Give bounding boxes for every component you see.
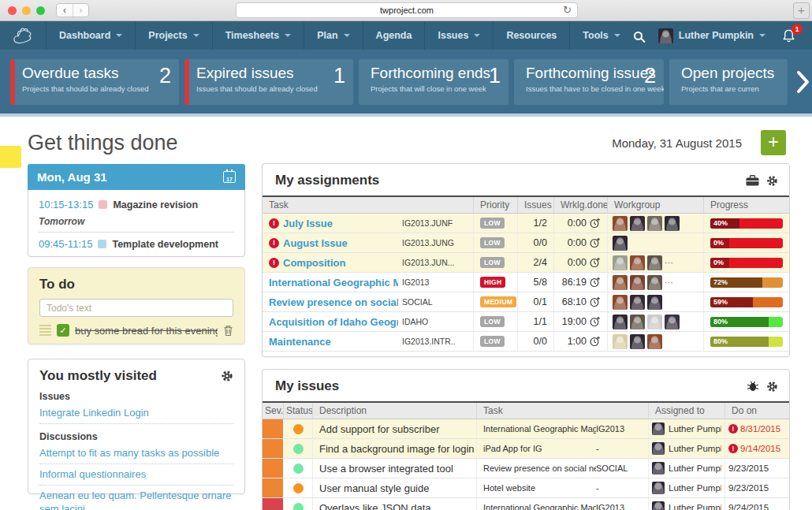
alert-card[interactable]: Forthcoming issues Issues that have to b…: [514, 59, 664, 105]
add-button[interactable]: +: [761, 130, 786, 155]
agenda-event[interactable]: 10:15-13:15 Magazine revision: [39, 195, 234, 214]
todo-input[interactable]: [39, 299, 233, 317]
assignment-task-link[interactable]: July Issue: [283, 218, 398, 229]
status-cell[interactable]: [284, 439, 313, 458]
column-header[interactable]: Workgroup: [608, 197, 704, 213]
issue-task-name[interactable]: iPad App for IG: [483, 444, 596, 453]
alert-card[interactable]: Expired issues Issues that should be alr…: [184, 59, 353, 105]
alert-card[interactable]: Open projects Projects that are curren: [669, 59, 788, 105]
workgroup-avatars[interactable]: [608, 214, 704, 233]
visited-link[interactable]: Aenean eu leo quam. Pellentesque ornare …: [39, 486, 233, 510]
user-menu[interactable]: Luther Pumpkin: [658, 28, 765, 43]
status-cell[interactable]: [284, 498, 313, 510]
visited-link[interactable]: Attempt to fit as many tasks as possible: [39, 443, 233, 464]
new-tab-button[interactable]: +: [793, 2, 810, 19]
nav-menu-item[interactable]: Projects: [135, 21, 211, 50]
status-cell[interactable]: [284, 478, 313, 497]
workgroup-avatars[interactable]: [608, 312, 704, 331]
visited-link[interactable]: Informal questionnaires: [39, 464, 233, 486]
add-worklog-clock-icon[interactable]: [590, 296, 601, 307]
issue-description[interactable]: Add support for subscriber: [313, 419, 477, 438]
assignment-task-link[interactable]: Maintenance: [269, 336, 398, 348]
column-header[interactable]: Task: [263, 197, 474, 213]
nav-menu-item[interactable]: Issues: [424, 21, 493, 50]
issue-description[interactable]: Use a browser integrated tool: [313, 459, 477, 478]
add-worklog-clock-icon[interactable]: [590, 257, 601, 268]
assignment-task-link[interactable]: Composition: [283, 257, 398, 269]
nav-menu-item[interactable]: Resources: [493, 21, 569, 50]
trash-icon[interactable]: [223, 325, 233, 337]
column-header[interactable]: Task: [477, 403, 649, 419]
todo-checkbox[interactable]: ✓: [57, 324, 69, 337]
nav-menu-item[interactable]: Tools: [569, 21, 632, 50]
column-header[interactable]: Description: [313, 403, 477, 419]
column-header[interactable]: Assigned to: [649, 403, 725, 419]
workgroup-avatars[interactable]: ⋯: [608, 253, 704, 272]
status-cell[interactable]: [284, 459, 313, 478]
column-header[interactable]: Issues: [518, 197, 554, 213]
add-worklog-clock-icon[interactable]: [590, 336, 601, 347]
twproject-logo[interactable]: [0, 21, 46, 50]
issue-task-name[interactable]: Hotel website: [483, 483, 596, 493]
minimize-window-button[interactable]: [22, 6, 31, 15]
progress-bar: 72%: [710, 277, 783, 288]
column-header[interactable]: Wrklg.done: [554, 197, 608, 213]
nav-menu-item[interactable]: Dashboard: [46, 21, 135, 50]
address-bar[interactable]: twproject.com ↻: [236, 2, 578, 18]
user-name: Luther Pumpkin: [679, 30, 754, 41]
assignment-priority-cell: LOW: [474, 332, 518, 351]
column-header[interactable]: Progress: [704, 197, 789, 213]
alert-card[interactable]: Overdue tasks Projects that should be al…: [10, 59, 179, 105]
assignment-progress-cell: 80%: [704, 332, 789, 351]
column-header[interactable]: Status: [284, 403, 313, 419]
visited-link[interactable]: Integrate Linkedin Login: [39, 403, 233, 424]
assignment-worklog-cell: 0:00: [554, 233, 608, 252]
drag-handle-icon[interactable]: [39, 325, 51, 337]
issue-task-name[interactable]: Review presence on social networks: [483, 463, 596, 473]
issue-due-cell: ! 9/24/2015: [725, 498, 789, 510]
issue-task-name[interactable]: International Geographic Magazine: [483, 424, 596, 434]
gear-icon[interactable]: [221, 370, 233, 382]
issue-task-name[interactable]: International Geographic Magazine: [483, 503, 596, 510]
workgroup-avatars[interactable]: [608, 233, 704, 252]
nav-menu-item[interactable]: Agenda: [363, 21, 425, 50]
nav-menu-item[interactable]: Plan: [304, 21, 362, 50]
workgroup-avatars[interactable]: ⋯: [608, 273, 704, 292]
gear-icon[interactable]: [766, 175, 778, 187]
add-worklog-clock-icon[interactable]: [590, 237, 601, 248]
close-window-button[interactable]: [8, 6, 17, 15]
search-icon[interactable]: [634, 32, 643, 40]
status-cell[interactable]: [284, 419, 313, 438]
alerts-next-button[interactable]: [796, 70, 810, 94]
column-header[interactable]: Do on: [725, 403, 789, 419]
assignment-task-link[interactable]: International Geographic M...: [269, 277, 398, 289]
column-header[interactable]: Sev.: [263, 403, 284, 419]
gear-icon[interactable]: [766, 381, 778, 393]
calendar-icon[interactable]: 17: [223, 171, 236, 183]
notifications-button[interactable]: 1: [781, 28, 796, 43]
assignment-task-link[interactable]: Acquisition of Idaho Geogra..: [269, 316, 398, 328]
workgroup-avatars[interactable]: [608, 292, 704, 311]
add-worklog-clock-icon[interactable]: [590, 316, 601, 327]
agenda-event[interactable]: 09:45-11:15 Template development: [39, 235, 234, 253]
sticky-note-tab[interactable]: [0, 146, 21, 168]
column-header[interactable]: Priority: [474, 197, 518, 213]
browser-back-button[interactable]: ‹: [57, 4, 73, 17]
assignment-task-link[interactable]: Review presence on social n...: [269, 296, 398, 308]
workgroup-avatars[interactable]: [608, 332, 704, 351]
issue-description[interactable]: User manual style guide: [313, 478, 477, 497]
alert-card[interactable]: Forthcoming ends Projects that will clos…: [359, 59, 508, 105]
assignment-task-link[interactable]: August Issue: [283, 237, 398, 249]
zoom-window-button[interactable]: [36, 6, 45, 15]
briefcase-icon[interactable]: [746, 175, 759, 186]
add-worklog-clock-icon[interactable]: [590, 218, 601, 229]
issue-description[interactable]: Find a background image for login: [313, 439, 477, 458]
issue-description[interactable]: Overlays like JSON data: [313, 498, 477, 510]
browser-forward-button[interactable]: ›: [73, 4, 88, 17]
reload-icon[interactable]: ↻: [563, 4, 572, 16]
agenda-widget-header[interactable]: Mon, Aug 31 17: [28, 164, 245, 190]
nav-menu-item[interactable]: Timesheets: [212, 21, 304, 50]
hand-logo-icon: [11, 25, 35, 46]
bug-icon[interactable]: [747, 381, 759, 392]
add-worklog-clock-icon[interactable]: [590, 277, 601, 288]
